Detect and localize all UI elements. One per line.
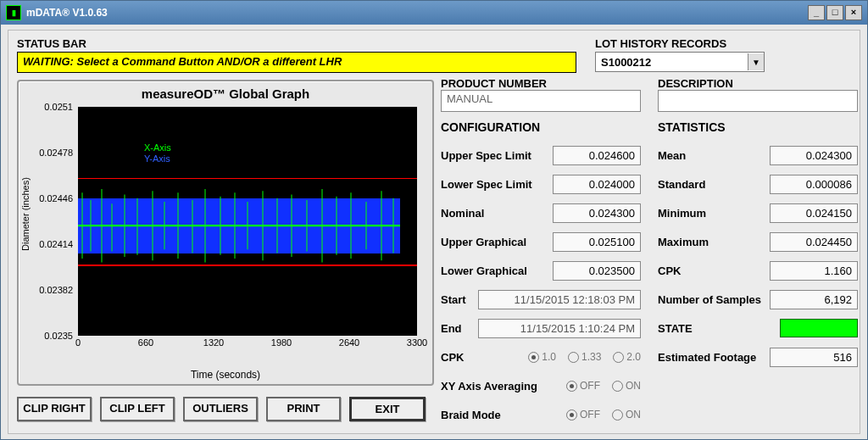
max-value: 0.024450 [770, 232, 858, 252]
plot-area: X-Axis Y-Axis [78, 107, 417, 336]
configuration-title: CONFIGURATION [441, 120, 641, 134]
chevron-down-icon: ▼ [748, 53, 764, 70]
graph-yticks: 0.0251 0.02478 0.02446 0.02414 0.02382 0… [34, 107, 76, 336]
lsl-label: Lower Spec Limit [441, 178, 553, 191]
nominal-label: Nominal [441, 207, 553, 220]
std-value: 0.000086 [770, 175, 858, 194]
graph-panel: measureOD™ Global Graph Diameter (inches… [17, 80, 434, 386]
braid-on[interactable]: ON [612, 409, 641, 421]
std-label: Standard [658, 178, 770, 191]
start-label: Start [441, 293, 478, 306]
end-value[interactable]: 11/15/2015 1:10:24 PM [478, 319, 641, 338]
lhr-label: LOT HISTORY RECORDS [595, 37, 765, 50]
close-button[interactable]: × [845, 5, 862, 20]
usl-label: Upper Spec Limit [441, 149, 553, 162]
cpk-opt-1[interactable]: 1.0 [528, 351, 556, 363]
xyavg-label: XY Axis Averaging [441, 380, 566, 393]
status-bar: WAITING: Select a Command Button AND/OR … [17, 52, 576, 73]
footage-label: Estimated Footage [658, 351, 770, 364]
mean-label: Mean [658, 149, 770, 162]
window-title: mDATA® V1.0.63 [26, 7, 108, 19]
ugl-label: Upper Graphical [441, 236, 553, 248]
print-button[interactable]: PRINT [266, 397, 341, 421]
outliers-button[interactable]: OUTLIERS [183, 397, 258, 421]
graph-title: measureOD™ Global Graph [19, 81, 432, 104]
maximize-button[interactable]: □ [826, 5, 843, 20]
nominal-value[interactable]: 0.024300 [553, 203, 641, 223]
state-label: STATE [658, 322, 780, 335]
description-label: DESCRIPTION [658, 77, 858, 90]
end-label: End [441, 322, 478, 335]
app-icon: ▮ [6, 5, 21, 20]
xyavg-off[interactable]: OFF [566, 380, 600, 392]
minimize-button[interactable]: _ [808, 5, 825, 20]
status-bar-label: STATUS BAR [17, 37, 576, 50]
state-indicator [780, 319, 858, 337]
max-label: Maximum [658, 236, 770, 248]
cpk-sel-label: CPK [441, 351, 528, 364]
min-value: 0.024150 [770, 203, 858, 223]
legend-x: X-Axis [144, 142, 171, 153]
lgl-label: Lower Graphical [441, 265, 553, 277]
series-x [78, 189, 400, 262]
samples-label: Number of Samples [658, 293, 770, 306]
start-value[interactable]: 11/15/2015 12:18:03 PM [478, 290, 641, 309]
braid-off[interactable]: OFF [566, 409, 600, 421]
lhr-selected: S1000212 [596, 56, 748, 69]
lhr-dropdown[interactable]: S1000212 ▼ [595, 52, 765, 72]
mean-value: 0.024300 [770, 146, 858, 165]
min-label: Minimum [658, 207, 770, 220]
exit-button[interactable]: EXIT [349, 397, 426, 421]
xyavg-on[interactable]: ON [612, 380, 641, 392]
graph-legend: X-Axis Y-Axis [144, 142, 171, 164]
statistics-title: STATISTICS [658, 120, 858, 134]
lgl-value[interactable]: 0.023500 [553, 261, 641, 281]
ugl-value[interactable]: 0.025100 [553, 232, 641, 252]
upper-spec-line [78, 178, 417, 180]
footage-value: 516 [770, 348, 858, 367]
graph-xticks: 0 660 1320 1980 2640 3300 [78, 337, 417, 349]
clip-right-button[interactable]: CLIP RIGHT [17, 397, 92, 421]
usl-value[interactable]: 0.024600 [553, 146, 641, 165]
clip-left-button[interactable]: CLIP LEFT [100, 397, 175, 421]
cpk-label: CPK [658, 265, 770, 277]
samples-value: 6,192 [770, 290, 858, 309]
cpk-value: 1.160 [770, 261, 858, 281]
content-area: STATUS BAR WAITING: Select a Command But… [8, 30, 860, 434]
cpk-opt-133[interactable]: 1.33 [568, 351, 601, 363]
cpk-opt-2[interactable]: 2.0 [613, 351, 641, 363]
window-titlebar: ▮ mDATA® V1.0.63 _ □ × [1, 1, 867, 25]
description-field[interactable] [658, 90, 858, 112]
product-number-field[interactable]: MANUAL [441, 90, 641, 112]
legend-y: Y-Axis [144, 153, 171, 164]
lower-spec-line [78, 265, 417, 266]
graph-xlabel: Time (seconds) [19, 369, 432, 381]
braid-label: Braid Mode [441, 409, 566, 421]
product-number-label: PRODUCT NUMBER [441, 77, 641, 90]
lsl-value[interactable]: 0.024000 [553, 175, 641, 194]
graph-ylabel: Diameter (inches) [20, 177, 31, 251]
